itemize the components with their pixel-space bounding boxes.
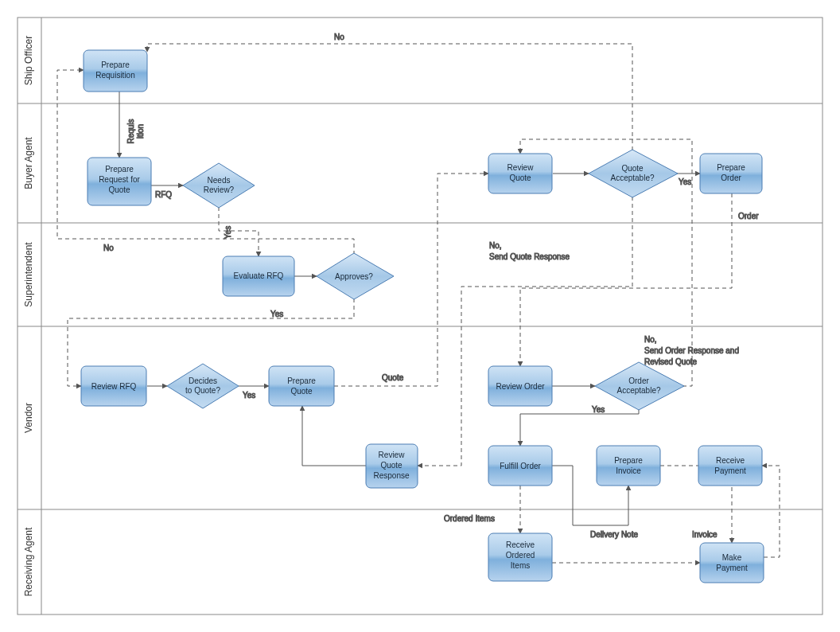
edge-qa-no-l1: No, — [489, 241, 502, 250]
edge-rqr-to-prepquote — [302, 406, 366, 466]
svg-text:Decides: Decides — [189, 376, 217, 385]
edge-oa-no-l3: Revised Quote — [644, 357, 698, 366]
node-prepare-order: Prepare Order — [700, 154, 762, 193]
edge-no-top-label: No — [334, 33, 344, 41]
edge-no-quote-to-requisition — [147, 44, 632, 158]
svg-text:Prepare: Prepare — [287, 376, 316, 385]
edge-approves-no-label: No — [103, 244, 114, 252]
svg-text:Review?: Review? — [204, 185, 235, 194]
edge-ordered-items-label: Ordered Items — [444, 514, 495, 523]
lane-ship-officer: Ship Officer — [23, 36, 34, 85]
node-review-quote: Review Quote — [488, 154, 552, 193]
node-prepare-invoice: Prepare Invoice — [597, 446, 660, 486]
edge-qa-yes-label: Yes — [679, 178, 691, 186]
svg-text:Order: Order — [721, 174, 741, 182]
svg-text:Review: Review — [508, 163, 535, 172]
edge-oa-no-l1: No, — [644, 335, 657, 344]
svg-text:Quote: Quote — [380, 461, 402, 470]
svg-text:Requisition: Requisition — [95, 71, 134, 80]
svg-text:Quote: Quote — [509, 174, 531, 182]
node-quote-acceptable: Quote Acceptable? — [589, 150, 678, 197]
lane-superintendent: Superintendent — [23, 242, 34, 307]
svg-text:Review Order: Review Order — [496, 382, 545, 391]
edge-makepay-to-recvpay — [762, 466, 780, 557]
svg-text:Fulfill Order: Fulfill Order — [500, 462, 541, 470]
svg-text:Order: Order — [628, 376, 649, 385]
svg-text:Acceptable?: Acceptable? — [610, 174, 654, 182]
edge-oa-yes-label: Yes — [592, 405, 605, 414]
svg-text:Quote: Quote — [108, 185, 130, 194]
svg-rect-37 — [698, 446, 762, 486]
svg-text:Prepare: Prepare — [101, 60, 130, 69]
node-needs-review: Needs Review? — [183, 163, 255, 208]
svg-rect-44 — [700, 543, 764, 583]
svg-text:Prepare: Prepare — [614, 456, 643, 465]
svg-text:Payment: Payment — [716, 564, 748, 572]
svg-text:Prepare: Prepare — [717, 163, 745, 172]
svg-text:Response: Response — [373, 471, 409, 480]
node-fulfill-order: Fulfill Order — [488, 446, 552, 486]
svg-text:Payment: Payment — [714, 466, 746, 475]
svg-text:Acceptable?: Acceptable? — [616, 386, 660, 395]
node-review-order: Review Order — [488, 366, 552, 406]
svg-text:Ordered: Ordered — [506, 551, 535, 560]
edge-requisition-label1: Requis — [126, 119, 135, 143]
node-review-quote-response: Review Quote Response — [366, 444, 418, 488]
svg-text:Review: Review — [379, 451, 406, 459]
lane-vendor: Vendor — [23, 403, 34, 433]
svg-text:to Quote?: to Quote? — [185, 386, 220, 395]
svg-text:Needs: Needs — [208, 176, 231, 185]
svg-text:Invoice: Invoice — [616, 466, 641, 475]
svg-rect-34 — [597, 446, 660, 486]
edge-oa-no-l2: Send Order Response and — [644, 346, 739, 355]
node-order-acceptable: Order Acceptable? — [595, 362, 684, 410]
svg-text:Make: Make — [722, 553, 742, 562]
node-prepare-requisition: Prepare Requisition — [84, 50, 147, 92]
svg-text:Approves?: Approves? — [335, 272, 373, 281]
edge-oa-yes — [520, 408, 639, 446]
node-review-rfq: Review RFQ — [81, 366, 146, 406]
node-approves: Approves? — [317, 253, 394, 299]
svg-text:Quote: Quote — [290, 387, 313, 396]
edge-delivery-note-label: Delivery Note — [590, 530, 638, 539]
lane-buyer-agent: Buyer Agent — [23, 137, 34, 189]
edge-invoice-label: Invoice — [692, 530, 718, 539]
svg-text:Quote: Quote — [621, 164, 644, 173]
edge-qa-no — [418, 189, 632, 466]
svg-text:Receive: Receive — [506, 540, 535, 549]
node-prepare-quote: Prepare Quote — [269, 366, 334, 406]
node-receive-ordered-items: Receive Ordered Items — [488, 533, 552, 581]
edge-approves-yes-label: Yes — [270, 310, 283, 318]
lane-receiving-agent: Receiving Agent — [23, 527, 34, 596]
svg-text:Review RFQ: Review RFQ — [91, 382, 137, 391]
node-receive-payment: Receive Payment — [698, 446, 762, 486]
node-evaluate-rfq: Evaluate RFQ — [223, 256, 294, 296]
svg-text:Prepare: Prepare — [105, 165, 134, 174]
edge-requisition-label2: ition — [136, 124, 145, 138]
node-decides-to-quote: Decides to Quote? — [167, 364, 239, 408]
svg-text:Items: Items — [511, 561, 530, 570]
node-make-payment: Make Payment — [700, 543, 764, 583]
svg-text:Evaluate RFQ: Evaluate RFQ — [234, 271, 284, 280]
edge-quote-label: Quote — [382, 373, 404, 382]
edge-order-label: Order — [738, 212, 759, 220]
swimlane-frame — [18, 18, 822, 614]
edge-qa-no-l2: Send Quote Response — [489, 252, 570, 261]
svg-rect-0 — [18, 18, 822, 614]
svg-text:Request for: Request for — [99, 175, 140, 184]
svg-text:Receive: Receive — [716, 456, 745, 465]
node-prepare-rfq: Prepare Request for Quote — [88, 158, 151, 205]
svg-rect-17 — [269, 366, 334, 406]
lane-labels: Ship Officer Buyer Agent Superintendent … — [23, 36, 34, 597]
edge-order — [520, 193, 732, 366]
edge-needs-yes-label: Yes — [224, 226, 232, 239]
edge-rfq-label: RFQ — [155, 190, 172, 199]
edge-decides-yes-label: Yes — [243, 391, 255, 400]
